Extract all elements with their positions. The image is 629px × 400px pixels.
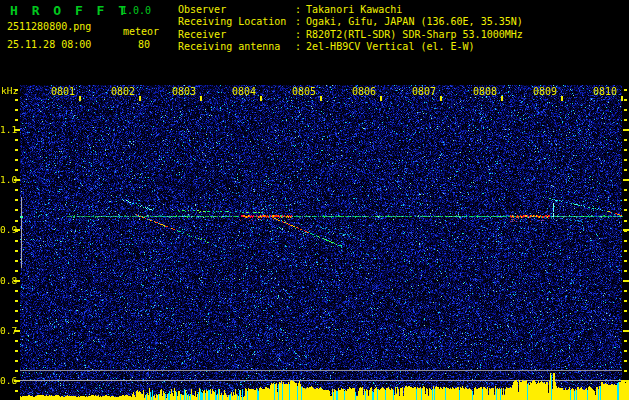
time-tick-label: 0807 bbox=[411, 86, 437, 97]
info-row-observer: Observer:Takanori Kawachi bbox=[178, 4, 523, 16]
freq-tick-label: 0.7 bbox=[0, 325, 14, 336]
freq-tick-label: 0.8 bbox=[0, 275, 14, 286]
app-title: H R O F F T bbox=[10, 3, 129, 18]
freq-tick-label: 1.1 bbox=[0, 124, 14, 135]
time-tick-label: 0808 bbox=[472, 86, 498, 97]
time-tick-label: 0810 bbox=[592, 86, 618, 97]
time-tick-label: 0809 bbox=[532, 86, 558, 97]
time-tick-label: 0806 bbox=[351, 86, 377, 97]
mode-label: meteor bbox=[123, 26, 159, 37]
info-label: Observer bbox=[178, 4, 295, 16]
spectrogram-plot: kHz 080108020803080408050806080708080809… bbox=[0, 85, 629, 400]
header: H R O F F T 1.0.0 2511280800.png meteor … bbox=[0, 0, 629, 85]
info-label: Receiving Location bbox=[178, 16, 295, 28]
info-value: Ogaki, Gifu, JAPAN (136.60E, 35.35N) bbox=[301, 16, 523, 27]
khz-unit-label: kHz bbox=[1, 85, 18, 96]
time-tick-label: 0801 bbox=[50, 86, 76, 97]
freq-tick-label: 0.6 bbox=[0, 375, 14, 386]
spectrogram-canvas bbox=[0, 85, 629, 400]
time-tick-label: 0802 bbox=[110, 86, 136, 97]
time-tick-label: 0805 bbox=[291, 86, 317, 97]
app-version: 1.0.0 bbox=[121, 5, 151, 16]
echo-count: 80 bbox=[138, 39, 150, 50]
info-label: Receiving antenna bbox=[178, 41, 295, 53]
time-tick-label: 0804 bbox=[231, 86, 257, 97]
info-value: R820T2(RTL-SDR) SDR-Sharp 53.1000MHz bbox=[301, 29, 523, 40]
datetime-label: 25.11.28 08:00 bbox=[7, 39, 91, 50]
info-value: Takanori Kawachi bbox=[301, 4, 402, 15]
info-row-receiver: Receiver:R820T2(RTL-SDR) SDR-Sharp 53.10… bbox=[178, 29, 523, 41]
info-row-antenna: Receiving antenna:2el-HB9CV Vertical (el… bbox=[178, 41, 523, 53]
freq-tick-label: 1.0 bbox=[0, 174, 14, 185]
hrofft-window: H R O F F T 1.0.0 2511280800.png meteor … bbox=[0, 0, 629, 400]
info-label: Receiver bbox=[178, 29, 295, 41]
freq-tick-label: 0.9 bbox=[0, 224, 14, 235]
time-tick-label: 0803 bbox=[171, 86, 197, 97]
info-value: 2el-HB9CV Vertical (el. E-W) bbox=[301, 41, 475, 52]
station-info: Observer:Takanori Kawachi Receiving Loca… bbox=[178, 4, 523, 53]
info-row-location: Receiving Location:Ogaki, Gifu, JAPAN (1… bbox=[178, 16, 523, 28]
filename-label: 2511280800.png bbox=[7, 21, 91, 32]
